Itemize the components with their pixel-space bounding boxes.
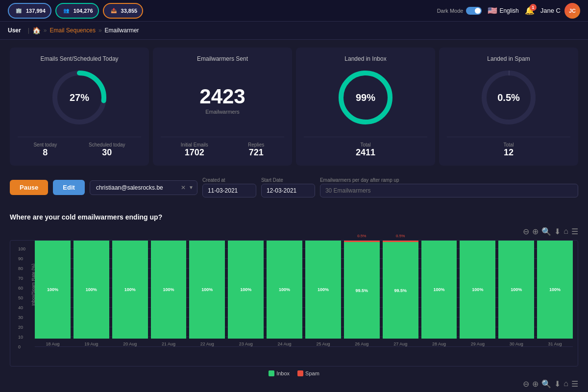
bar-inbox-value-label: 100% <box>511 287 522 292</box>
search-chart-icon[interactable]: 🔍 <box>541 227 551 236</box>
bar-group: 100%23 Aug <box>228 248 264 346</box>
notification-bell[interactable]: 🔔 1 <box>525 6 535 15</box>
stat-badge-sends[interactable]: 📤 33,855 <box>103 3 144 19</box>
dark-mode-label: Dark Mode <box>437 8 464 14</box>
breadcrumb-sep2: » <box>44 27 47 34</box>
y-tick: 10 <box>18 335 23 340</box>
legend-spam-dot <box>297 370 303 376</box>
bar-inbox-value-label: 100% <box>47 287 58 292</box>
breadcrumb-sep1: | <box>28 27 29 34</box>
stats-grid: Emails Sent/Scheduled Today 27% Sent tod… <box>0 40 588 173</box>
home-icon[interactable]: 🏠 <box>32 26 41 34</box>
bar-inbox-value-label: 100% <box>240 287 251 292</box>
bar-inbox-value-label: 100% <box>434 287 445 292</box>
initial-emails-value: 1702 <box>181 147 208 158</box>
bar-inbox-value-label: 100% <box>318 287 329 292</box>
x-axis-label: 30 Aug <box>510 342 523 346</box>
x-axis-label: 24 Aug <box>278 342 292 346</box>
legend-inbox-label: Inbox <box>276 370 290 376</box>
dark-mode-switch[interactable] <box>466 7 482 15</box>
card-sent-scheduled: Emails Sent/Scheduled Today 27% Sent tod… <box>10 48 149 166</box>
bar-stack: 100% <box>267 241 302 339</box>
stat-value-2: 104,276 <box>74 8 93 14</box>
initial-emails-stat: Initial Emails 1702 <box>181 142 208 158</box>
bar-inbox: 100% <box>537 241 573 339</box>
home-icon-bottom[interactable]: ⌂ <box>564 379 568 389</box>
bar-inbox: 100% <box>305 241 341 339</box>
menu-chart-icon[interactable]: ☰ <box>571 227 578 236</box>
start-date-group: Start Date <box>261 177 315 197</box>
edit-button[interactable]: Edit <box>53 180 85 195</box>
y-tick: 70 <box>18 276 23 281</box>
x-axis-label: 31 Aug <box>548 342 562 346</box>
y-tick: 20 <box>18 325 23 330</box>
user-profile[interactable]: Jane C JC <box>540 3 580 19</box>
zoom-in-icon[interactable]: ⊕ <box>532 227 539 236</box>
download-icon[interactable]: ⬇ <box>554 227 561 236</box>
user-name: Jane C <box>540 7 561 14</box>
breadcrumb-user: User <box>8 27 21 34</box>
legend-spam: Spam <box>297 370 319 376</box>
spam-progress-ring: 0.5% <box>479 68 538 127</box>
replies-value: 721 <box>248 147 264 158</box>
bar-inbox-value-label: 100% <box>279 287 290 292</box>
bar-group: 100%20 Aug <box>112 248 148 346</box>
x-axis-label: 29 Aug <box>471 342 485 346</box>
chart-toolbar-top: ⊖ ⊕ 🔍 ⬇ ⌂ ☰ <box>10 227 578 236</box>
flag-icon: 🇺🇸 <box>488 6 497 15</box>
zoom-in-icon-bottom[interactable]: ⊕ <box>532 379 539 389</box>
spam-total-stat: Total 12 <box>503 142 514 158</box>
bar-group: 100%22 Aug <box>189 248 225 346</box>
topnav-right: Dark Mode 🇺🇸 English 🔔 1 Jane C JC <box>437 3 580 19</box>
card-landed-spam: Landed in Spam 0.5% Total 12 <box>439 48 578 166</box>
bar-stack: 100% <box>189 241 225 339</box>
language-selector[interactable]: 🇺🇸 English <box>488 6 518 15</box>
created-at-input[interactable] <box>202 184 256 197</box>
y-tick: 40 <box>18 305 23 310</box>
bar-inbox: 99.5% <box>344 242 380 339</box>
card-emailwarmers-sent: Emailwarmers Sent 2423 Emailwarmers Init… <box>153 48 292 166</box>
legend-spam-label: Spam <box>305 370 319 376</box>
y-tick: 100 <box>18 246 25 251</box>
bar-inbox-value-label: 100% <box>201 287 213 292</box>
bar-inbox: 100% <box>498 241 534 339</box>
inbox-percentage: 99% <box>356 92 375 103</box>
scheduled-label: Scheduled today <box>89 142 125 147</box>
bar-stack: 100% <box>228 241 264 339</box>
download-icon-bottom[interactable]: ⬇ <box>554 379 561 389</box>
home-chart-icon[interactable]: ⌂ <box>564 227 568 236</box>
emailwarmers-per-day-input[interactable] <box>320 184 578 197</box>
x-axis-label: 21 Aug <box>162 342 175 346</box>
replies-stat: Replies 721 <box>248 142 264 158</box>
emailwarmers-sent-title: Emailwarmers Sent <box>197 55 248 62</box>
y-tick: 80 <box>18 266 23 271</box>
topnav-stats: 🏢 137,994 👥 104,276 📤 33,855 <box>8 3 143 19</box>
zoom-out-icon[interactable]: ⊖ <box>523 227 529 236</box>
email-selector-wrapper: christiaan@salesrocks.be ✕ ▼ <box>90 180 197 195</box>
bar-inbox: 100% <box>421 241 457 339</box>
bar-group: 0.5%99.5%26 Aug <box>344 248 380 346</box>
bar-group: 100%21 Aug <box>151 248 187 346</box>
bar-group: 100%24 Aug <box>267 248 302 346</box>
search-icon-bottom[interactable]: 🔍 <box>541 379 551 389</box>
stat-badge-buildings[interactable]: 🏢 137,994 <box>8 3 51 19</box>
users-icon: 👥 <box>61 6 71 16</box>
top-navigation: 🏢 137,994 👥 104,276 📤 33,855 Dark Mode 🇺… <box>0 0 588 22</box>
start-date-input[interactable] <box>261 184 315 197</box>
bar-group: 100%25 Aug <box>305 248 341 346</box>
select-clear-icon[interactable]: ✕ <box>181 184 186 191</box>
landed-inbox-title: Landed in Inbox <box>344 55 386 62</box>
zoom-out-icon-bottom[interactable]: ⊖ <box>523 379 529 389</box>
control-row: Pause Edit christiaan@salesrocks.be ✕ ▼ … <box>0 173 588 205</box>
menu-icon-bottom[interactable]: ☰ <box>571 379 578 389</box>
breadcrumb-email-sequences[interactable]: Email Sequences <box>50 27 96 34</box>
bar-stack: 100% <box>112 241 148 339</box>
y-tick: 50 <box>18 295 23 300</box>
pause-button[interactable]: Pause <box>10 180 48 195</box>
landed-spam-title: Landed in Spam <box>487 55 530 62</box>
x-axis-label: 20 Aug <box>123 342 137 346</box>
x-axis-label: 27 Aug <box>393 342 407 346</box>
dark-mode-toggle[interactable]: Dark Mode <box>437 7 482 15</box>
stat-badge-users[interactable]: 👥 104,276 <box>55 3 99 19</box>
bar-inbox: 100% <box>112 241 148 339</box>
